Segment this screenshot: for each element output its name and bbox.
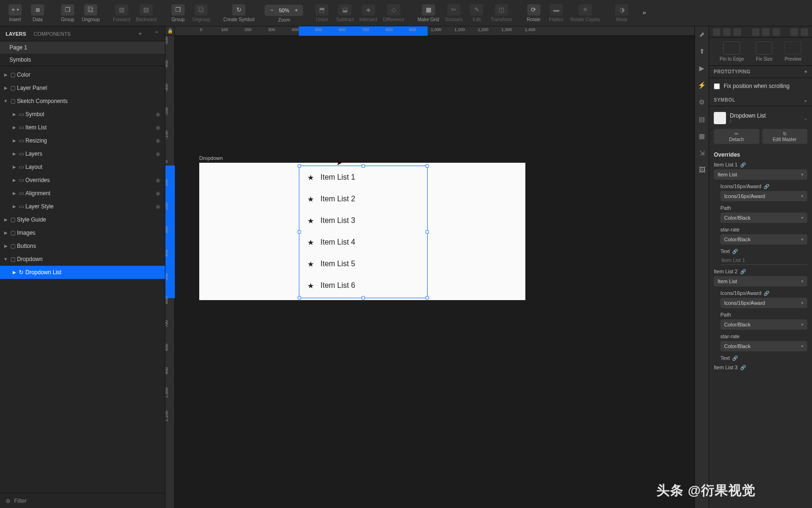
symbol-swap-icon[interactable]: ⌄ [804,116,807,121]
visibility-icon[interactable]: ◉ [156,124,160,131]
scissors-button[interactable]: ✂Scissors [442,0,466,26]
layer-layers[interactable]: ▶▭Layers◉ [0,147,165,160]
override-item2-star-select[interactable]: Color/Black [720,341,807,351]
override-item2-symbol-select[interactable]: Item List [714,276,807,286]
override-item1-path-select[interactable]: Color/Black [720,213,807,223]
prototyping-header[interactable]: PROTOTYPING+ [709,66,812,78]
ungroup-button[interactable]: ⿻Ungroup [79,0,102,26]
strip-play-icon[interactable]: ▶ [698,64,706,72]
union-button[interactable]: ⬒Union [311,0,333,26]
override-item2-icon-select[interactable]: Icons/16px/Award [720,298,807,308]
flatten-button[interactable]: ▬Flatten [545,0,568,26]
link-icon[interactable]: 🔗 [740,162,746,167]
layer-item-list[interactable]: ▶▭Item List◉ [0,121,165,134]
mask-button[interactable]: ◑Mask [610,0,633,26]
visibility-icon[interactable]: ◉ [156,151,160,157]
layer-layer-panel[interactable]: ▶▢Layer Panel [0,81,165,95]
pin-to-edge-control[interactable]: Pin to Edge [720,41,744,62]
toolbar-overflow-button[interactable]: » [633,0,656,26]
add-prototype-button[interactable]: + [804,69,807,74]
list-item[interactable]: ★Item List 3 [299,210,428,231]
override-item1-icon-select[interactable]: Icons/16px/Award [720,191,807,201]
layer-overrides[interactable]: ▶▭Overrides◉ [0,174,165,187]
add-page-button[interactable]: + [138,30,142,37]
canvas-area[interactable]: 🔒 01002003004005006007008009001,0001,100… [165,26,695,508]
group-button[interactable]: ❐Group [56,0,79,26]
strip-image-icon[interactable]: 🖼 [698,166,706,174]
layer-color[interactable]: ▶▢Color [0,68,165,81]
zoom-in-button[interactable]: + [292,7,300,14]
align-center-button[interactable] [723,28,731,36]
list-item[interactable]: ★Item List 6 [299,275,428,296]
zoom-out-button[interactable]: − [267,7,276,14]
link-icon[interactable]: 🔗 [764,184,769,189]
override-item1-symbol-select[interactable]: Item List [714,169,807,180]
ruler-horizontal[interactable]: 01002003004005006007008009001,0001,1001,… [175,26,695,36]
list-item[interactable]: ★Item List 1 [299,167,428,188]
override-item1-star-select[interactable]: Color/Black [720,234,807,245]
visibility-icon[interactable]: ◉ [156,190,160,197]
override-item1-text-input[interactable] [720,256,807,265]
strip-grid-icon[interactable]: ▦ [698,132,706,140]
link-icon[interactable]: 🔗 [732,356,738,361]
symbol-header[interactable]: SYMBOL⌄ [709,94,812,106]
visibility-icon[interactable]: ◉ [156,203,160,210]
fix-size-control[interactable]: Fix Size [756,41,773,62]
make-grid-button[interactable]: ▦Make Grid [415,0,442,26]
layer-dropdown-list[interactable]: ▶↻Dropdown List [0,266,165,279]
list-item[interactable]: ★Item List 2 [299,188,428,210]
strip-layout-icon[interactable]: ▤ [698,115,706,123]
ruler-origin-lock[interactable]: 🔒 [165,26,175,36]
create-symbol-button[interactable]: ↻Create Symbol [220,0,257,26]
rotate-copies-button[interactable]: ✳Rotate Copies [568,0,603,26]
layer-layer-style[interactable]: ▶▭Layer Style◉ [0,200,165,213]
layer-sketch-components[interactable]: ▼▢Sketch Components [0,95,165,108]
visibility-icon[interactable]: ◉ [156,111,160,118]
link-icon[interactable]: 🔗 [740,365,746,370]
link-icon[interactable]: 🔗 [732,249,738,254]
artboard-label[interactable]: Dropdown [199,155,223,161]
page-row-page1[interactable]: Page 1 [0,41,165,54]
detach-button[interactable]: ✂Detach [714,129,759,144]
zoom-control[interactable]: − 50% + [265,5,303,16]
insert-button[interactable]: +Insert [4,0,26,26]
layer-images[interactable]: ▶▢Images [0,226,165,239]
data-button[interactable]: ≣Data [26,0,49,26]
strip-cursor-icon[interactable]: ⬈ [698,30,706,39]
edit-master-button[interactable]: ↻Edit Master [762,129,808,144]
tab-components[interactable]: COMPONENTS [34,31,71,37]
visibility-icon[interactable]: ◉ [156,137,160,144]
link-icon[interactable]: 🔗 [764,291,769,296]
layer-resizing[interactable]: ▶▭Resizing◉ [0,134,165,147]
tab-layers[interactable]: LAYERS [6,31,26,37]
difference-button[interactable]: ◇Difference [380,0,407,26]
align-middle-button[interactable] [762,28,770,36]
rotate-button[interactable]: ⟳Rotate [523,0,545,26]
align-top-button[interactable] [752,28,759,36]
strip-link-icon[interactable]: ⇲ [698,149,706,157]
layer-dropdown[interactable]: ▼▢Dropdown [0,253,165,266]
transform-button[interactable]: ◫Transform [488,0,515,26]
viewport[interactable]: Dropdown ★Item List 1 ★Item List 2 ★Item… [175,36,695,508]
distribute-h-button[interactable] [790,28,798,36]
visibility-icon[interactable]: ◉ [156,177,160,183]
artboard-dropdown[interactable]: ★Item List 1 ★Item List 2 ★Item List 3 ★… [199,163,525,300]
preview-control[interactable]: Preview [784,41,801,62]
strip-upload-icon[interactable]: ⬆ [698,47,706,56]
override-item2-path-select[interactable]: Color/Black [720,319,807,330]
group2-button[interactable]: ❐Group [167,0,189,26]
ungroup2-button[interactable]: ⿻Ungroup [189,0,213,26]
align-right-button[interactable] [734,28,741,36]
intersect-button[interactable]: ◈Intersect [357,0,380,26]
zoom-value[interactable]: 50% [276,8,292,13]
layer-buttons[interactable]: ▶▢Buttons [0,239,165,253]
filter-bar[interactable]: ⊜ Filter [0,493,165,508]
layer-layout[interactable]: ▶▭Layout [0,160,165,174]
strip-gear-icon[interactable]: ⚙ [698,98,706,106]
align-bottom-button[interactable] [773,28,780,36]
subtract-button[interactable]: ⬓Subtract [333,0,356,26]
fix-position-checkbox[interactable]: Fix position when scrolling [714,82,807,90]
list-item[interactable]: ★Item List 4 [299,231,428,253]
symbol-instance-row[interactable]: Dropdown List / ⌄ [714,110,807,126]
collapse-pages-button[interactable]: ⌃ [154,30,159,37]
